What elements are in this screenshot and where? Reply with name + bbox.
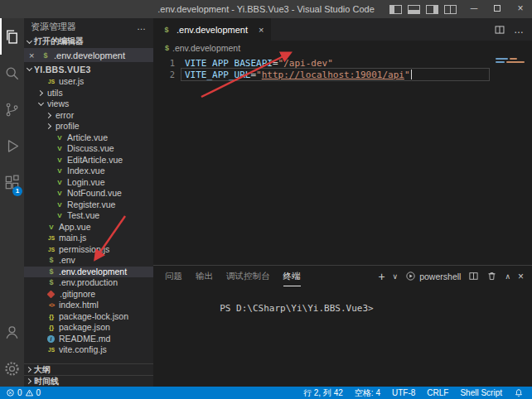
terminal-prompt: PS D:\CSharp\Yi\Yi.BBS.Vue3> [220, 303, 373, 314]
toggle-sidebar-icon[interactable] [389, 5, 402, 14]
url-link[interactable]: http://localhost:19001/api [262, 70, 404, 80]
tree-item-Login.vue[interactable]: VLogin.vue [24, 177, 153, 189]
panel-actions: + ∨ powershell ∧ × [378, 270, 532, 283]
json-file-icon: {} [46, 311, 57, 323]
terminal-output[interactable]: PS D:\CSharp\Yi\Yi.BBS.Vue3> [153, 286, 532, 387]
project-root-header[interactable]: YI.BBS.VUE3 [24, 62, 153, 76]
tree-item-README.md[interactable]: iREADME.md [24, 334, 153, 345]
code-area[interactable]: 1VITE_APP_BASEAPI="/api-dev" 2VITE_APP_U… [153, 55, 532, 265]
tab-env-development[interactable]: $ .env.development × [153, 18, 272, 41]
tree-item-package-lock.json[interactable]: {}package-lock.json [24, 311, 153, 323]
text-cursor [411, 70, 412, 79]
tree-item-Discuss.vue[interactable]: VDiscuss.vue [24, 143, 153, 155]
tree-item-profile[interactable]: profile [24, 121, 153, 132]
open-editors-header[interactable]: 打开的编辑器 [24, 35, 153, 48]
close-panel-icon[interactable]: × [518, 271, 524, 282]
maximize-button[interactable] [486, 0, 509, 18]
breadcrumb[interactable]: $ .env.development [153, 41, 532, 55]
account-icon[interactable] [0, 314, 24, 350]
tree-item-main.js[interactable]: JSmain.js [24, 233, 153, 244]
timeline-section[interactable]: 时间线 [24, 375, 153, 387]
minimize-button[interactable]: ─ [462, 0, 486, 18]
split-terminal-icon[interactable] [468, 271, 479, 281]
extensions-icon[interactable]: 1 [0, 164, 24, 200]
kill-terminal-icon[interactable] [486, 271, 497, 281]
explorer-icon[interactable] [0, 18, 24, 55]
language-mode[interactable]: Shell Script [460, 388, 502, 397]
split-editor-icon[interactable] [494, 24, 505, 36]
more-actions-icon[interactable]: … [137, 22, 147, 31]
minimap[interactable] [492, 56, 530, 65]
tree-item-index.html[interactable]: <>index.html [24, 300, 153, 311]
customize-layout-icon[interactable] [444, 5, 457, 14]
tab-close-icon[interactable]: × [259, 25, 264, 35]
terminal-profile-select[interactable]: powershell [405, 271, 461, 281]
tree-item-label: NotFound.vue [67, 188, 122, 200]
run-debug-icon[interactable] [0, 127, 24, 164]
tree-item-Test.vue[interactable]: VTest.vue [24, 210, 153, 222]
panel-header: 问题输出调试控制台终端 + ∨ powershell ∧ × [153, 266, 532, 286]
vue-file-icon: V [54, 166, 65, 177]
notifications-bell-icon[interactable] [514, 388, 524, 398]
tree-item-App.vue[interactable]: VApp.vue [24, 222, 153, 233]
panel-tab-终端[interactable]: 终端 [283, 266, 301, 286]
close-button[interactable]: × [509, 0, 532, 18]
search-icon[interactable] [0, 55, 24, 91]
json-file-icon: {} [46, 322, 57, 334]
toggle-secondary-sidebar-icon[interactable] [426, 5, 438, 14]
close-editor-icon[interactable]: × [29, 50, 37, 60]
eol-setting[interactable]: CRLF [427, 388, 448, 397]
file-encoding[interactable]: UTF-8 [392, 388, 415, 397]
tree-item-label: Register.vue [67, 200, 115, 211]
tree-item-Register.vue[interactable]: VRegister.vue [24, 200, 153, 211]
tree-item-.env[interactable]: $.env [24, 255, 153, 267]
vue-file-icon: V [54, 155, 65, 166]
tree-item-package.json[interactable]: {}package.json [24, 322, 153, 334]
tree-item-label: index.html [59, 300, 99, 311]
git-file-icon [47, 290, 56, 298]
tree-item-label: profile [56, 121, 80, 132]
problems-indicator[interactable]: 0 0 [6, 388, 41, 397]
file-tree: JSuser.jsutilsviewserrorprofileVArticle.… [24, 76, 153, 363]
more-actions-icon[interactable]: … [514, 24, 524, 36]
chevron-down-icon[interactable]: ∨ [393, 272, 399, 281]
outline-section[interactable]: 大纲 [24, 363, 153, 375]
tree-item-error[interactable]: error [24, 110, 153, 122]
explorer-sidebar: 资源管理器 … 打开的编辑器 × $ .env.development YI.B… [24, 18, 153, 387]
tree-item-permission.js[interactable]: JSpermission.js [24, 244, 153, 256]
toggle-panel-icon[interactable] [408, 5, 420, 14]
tree-item-utils[interactable]: utils [24, 88, 153, 99]
tree-item-label: .env [59, 255, 75, 267]
panel-tab-问题[interactable]: 问题 [165, 266, 182, 286]
tree-item-.env.production[interactable]: $.env.production [24, 277, 153, 289]
tree-item-label: vite.config.js [59, 344, 107, 356]
tree-item-NotFound.vue[interactable]: VNotFound.vue [24, 188, 153, 200]
tree-item-label: Discuss.vue [67, 143, 114, 155]
editor-actions: … [494, 18, 532, 41]
tree-item-user.js[interactable]: JSuser.js [24, 76, 153, 88]
tree-item-Article.vue[interactable]: VArticle.vue [24, 132, 153, 144]
source-control-icon[interactable] [0, 91, 24, 127]
tree-item-label: .gitignore [60, 289, 95, 300]
settings-gear-icon[interactable] [0, 350, 24, 387]
cursor-position[interactable]: 行 2, 列 42 [303, 387, 343, 399]
tree-item-Index.vue[interactable]: VIndex.vue [24, 166, 153, 177]
sidebar-header: 资源管理器 … [24, 18, 153, 35]
panel-tab-调试控制台[interactable]: 调试控制台 [226, 266, 270, 286]
new-terminal-icon[interactable]: + [378, 270, 384, 283]
tree-item-views[interactable]: views [24, 99, 153, 110]
tree-item-EditArticle.vue[interactable]: VEditArticle.vue [24, 155, 153, 166]
breadcrumb-file[interactable]: .env.development [172, 43, 240, 53]
tree-item-.gitignore[interactable]: .gitignore [24, 289, 153, 300]
tree-item-vite.config.js[interactable]: JSvite.config.js [24, 344, 153, 356]
tree-item-label: views [47, 99, 69, 110]
sidebar-title: 资源管理器 [31, 21, 76, 33]
open-editor-item[interactable]: × $ .env.development [24, 48, 153, 62]
chevron-down-icon [24, 64, 34, 75]
indentation-setting[interactable]: 空格: 4 [355, 387, 380, 399]
maximize-panel-icon[interactable]: ∧ [505, 272, 510, 281]
tree-item-.env.development[interactable]: $.env.development [24, 267, 153, 278]
panel-tabs: 问题输出调试控制台终端 [165, 266, 301, 286]
vue-file-icon: V [54, 200, 65, 211]
panel-tab-输出[interactable]: 输出 [196, 266, 213, 286]
